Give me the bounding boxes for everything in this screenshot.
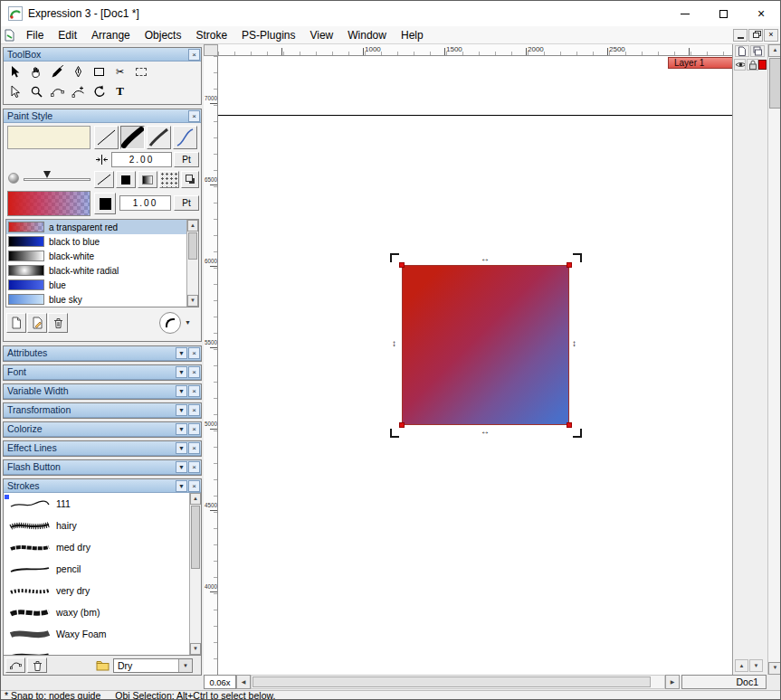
layer-options-button[interactable] [750,45,765,57]
active-gradient-preview[interactable] [7,191,90,216]
gradient-list-scrollbar[interactable]: ▲ ▼ [186,220,198,307]
attributes-titlebar[interactable]: Attributes ▼ × [4,346,201,361]
stroke-style-thin-button[interactable] [94,126,119,149]
mdi-restore-button[interactable] [748,29,763,42]
shape-tool[interactable] [89,61,110,81]
scroll-up-button[interactable]: ▲ [768,44,781,57]
gradient-item[interactable]: blue sky [6,292,198,307]
edge-handle-icon[interactable]: ↔ [481,427,490,436]
new-layer-button[interactable] [735,45,749,57]
colorize-close-button[interactable]: × [188,423,200,435]
scroll-up-button[interactable]: ▲ [187,220,198,232]
layer-tab[interactable]: Layer 1 [668,57,732,69]
gradient-item[interactable]: a transparent red [6,220,198,234]
paint-mode-line-button[interactable] [94,171,114,188]
paint-mode-pattern-button[interactable] [181,171,199,188]
gradient-item[interactable]: black-white [6,249,198,263]
layer-color-chip[interactable] [758,60,767,70]
colorize-expand-button[interactable]: ▼ [176,423,187,435]
layer-visibility-toggle[interactable] [734,59,746,71]
bezier-tool[interactable] [47,81,68,101]
stroke-color-button[interactable] [94,193,116,214]
effect-lines-close-button[interactable]: × [188,442,200,454]
stroke-unit-button[interactable]: Pt [174,152,199,167]
select-tool[interactable] [5,61,26,81]
stroke-item-partial[interactable] [4,645,201,656]
pan-tool[interactable] [26,61,47,81]
scroll-down-button[interactable]: ▼ [768,662,781,675]
scroll-right-button[interactable]: ▶ [665,675,680,689]
layer-scroll-up-button[interactable]: ▲ [735,659,748,672]
variable-width-expand-button[interactable]: ▼ [176,385,187,397]
corner-handle[interactable] [399,422,405,428]
effect-lines-expand-button[interactable]: ▼ [176,442,187,454]
vertical-scrollbar[interactable]: ▲ ▼ [767,44,781,675]
layer-scroll-down-button[interactable]: ▼ [749,659,763,672]
transformation-titlebar[interactable]: Transformation ▼ × [4,403,201,418]
corner-handle[interactable] [567,422,572,428]
delete-gradient-button[interactable] [48,313,68,333]
stroke-item[interactable]: waxy (bm) [4,601,201,623]
fill-unit-button[interactable]: Pt [174,195,199,211]
window-maximize-button[interactable] [704,1,742,26]
menu-window[interactable]: Window [340,26,394,43]
scroll-thumb[interactable] [252,676,651,687]
stroke-item[interactable]: med dry [4,536,201,558]
slider-thumb[interactable] [43,171,51,178]
variable-width-titlebar[interactable]: Variable Width ▼ × [4,384,201,399]
corner-style-dropdown[interactable]: ▼ [185,319,191,326]
stroke-item[interactable]: very dry [4,580,201,601]
menu-edit[interactable]: Edit [51,26,84,43]
gradient-item[interactable]: black to blue [6,234,198,249]
drawing-canvas[interactable]: Layer 1 ↔ ↔ ↕ ↕ [218,56,732,675]
direct-select-tool[interactable] [5,81,26,101]
fill-color-swatch[interactable] [7,126,90,149]
flash-button-close-button[interactable]: × [188,461,200,473]
strokes-close-button[interactable]: × [188,480,200,492]
toolbox-titlebar[interactable]: ToolBox × [4,48,201,61]
toolbox-close-button[interactable]: × [188,49,200,61]
window-minimize-button[interactable] [666,1,704,26]
stroke-category-combo[interactable]: Dry ▼ [113,658,193,673]
marquee-tool[interactable] [130,61,151,81]
edge-handle-icon[interactable]: ↔ [481,254,490,263]
attributes-expand-button[interactable]: ▼ [176,347,187,359]
menu-objects[interactable]: Objects [138,26,189,43]
horizontal-scrollbar[interactable] [251,675,665,689]
pen-tool[interactable] [68,61,89,81]
corner-handle[interactable] [399,262,405,268]
font-expand-button[interactable]: ▼ [176,366,187,378]
opacity-slider[interactable] [24,171,90,185]
paint-mode-solid-button[interactable] [116,171,136,188]
paint-style-titlebar[interactable]: Paint Style × [4,109,201,123]
scroll-left-button[interactable]: ◀ [236,675,251,689]
menu-arrange[interactable]: Arrange [84,26,138,43]
transformation-close-button[interactable]: × [188,404,200,416]
paint-style-close-button[interactable]: × [188,110,200,122]
stroke-style-spline-button[interactable] [173,126,197,149]
menu-view[interactable]: View [302,26,340,43]
font-titlebar[interactable]: Font ▼ × [4,365,201,380]
layer-lock-toggle[interactable] [747,59,758,71]
strokes-scrollbar[interactable]: ▲ ▼ [189,493,201,655]
zoom-level[interactable]: 0.06x [204,675,236,689]
gradient-item[interactable]: blue [6,278,198,292]
new-gradient-button[interactable] [6,313,26,333]
edit-stroke-button[interactable] [5,657,25,673]
edge-handle-icon[interactable]: ↕ [572,339,576,348]
strokes-titlebar[interactable]: Strokes ▼ × [4,479,201,493]
strokes-expand-button[interactable]: ▼ [176,480,187,492]
stroke-folder-icon[interactable] [96,660,110,671]
stroke-item[interactable]: Waxy Foam [4,623,201,645]
paint-mode-texture-button[interactable] [159,171,179,188]
scroll-thumb[interactable] [769,58,781,109]
corner-style-preview[interactable] [159,312,181,334]
fill-width-field[interactable]: 1.00 [119,195,171,211]
attributes-close-button[interactable]: × [188,347,200,359]
menu-ps-plugins[interactable]: PS-Plugins [234,26,302,43]
zoom-tool[interactable] [26,81,47,101]
menu-file[interactable]: File [19,26,51,43]
flash-button-expand-button[interactable]: ▼ [176,461,187,473]
edit-gradient-button[interactable] [27,313,47,333]
mdi-close-button[interactable]: × [764,29,778,42]
